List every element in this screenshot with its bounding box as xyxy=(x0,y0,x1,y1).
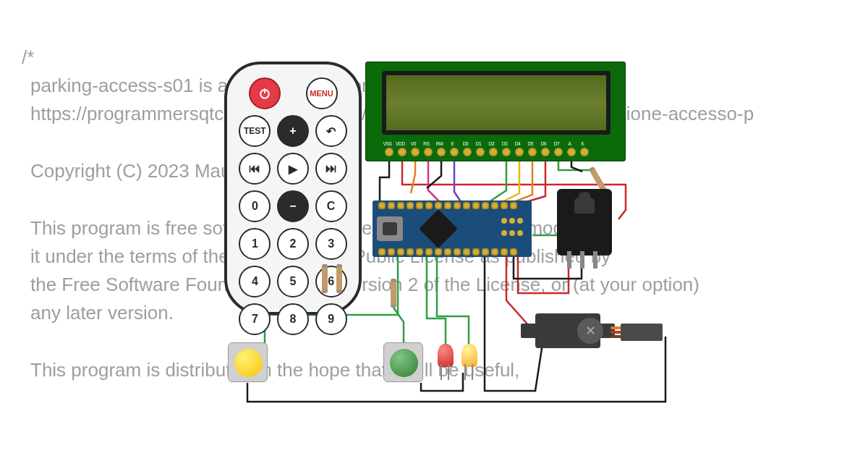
play-button[interactable]: ▶ xyxy=(277,153,309,185)
lcd-screen xyxy=(382,71,610,135)
green-push-button[interactable] xyxy=(383,342,423,382)
digit-9-button[interactable]: 9 xyxy=(315,303,347,335)
plus-button[interactable]: + xyxy=(277,115,309,147)
lcd-pins xyxy=(385,148,589,156)
lcd-16x2-display[interactable]: VSSVDDV0RSRWED0D1D2D3D4D5D6D7AK xyxy=(365,62,626,161)
digit-5-button[interactable]: 5 xyxy=(277,266,309,297)
servo-connector xyxy=(621,324,663,341)
servo-horn-icon xyxy=(577,318,603,344)
red-led[interactable] xyxy=(438,344,454,367)
zero-button[interactable]: 0 xyxy=(239,190,271,222)
digit-2-button[interactable]: 2 xyxy=(277,228,309,260)
resistor[interactable] xyxy=(322,264,328,293)
yellow-led[interactable] xyxy=(461,344,477,367)
nano-pin-header-bottom xyxy=(378,248,517,256)
next-button[interactable]: ⏭ xyxy=(315,153,347,185)
circuit-diagram[interactable]: MENU TEST + ↶ ⏮ ▶ ⏭ 0 − C 1 2 3 4 5 6 7 xyxy=(224,62,673,416)
arduino-nano[interactable] xyxy=(373,200,532,257)
prev-button[interactable]: ⏮ xyxy=(239,153,271,185)
menu-button[interactable]: MENU xyxy=(306,77,338,109)
servo-motor[interactable] xyxy=(521,313,615,354)
minus-button[interactable]: − xyxy=(277,190,309,222)
digit-4-button[interactable]: 4 xyxy=(239,266,271,297)
back-button[interactable]: ↶ xyxy=(315,115,347,147)
yellow-push-button[interactable] xyxy=(228,342,268,382)
digit-8-button[interactable]: 8 xyxy=(277,303,309,335)
resistor[interactable] xyxy=(391,279,396,308)
digit-3-button[interactable]: 3 xyxy=(315,228,347,260)
nano-pin-header-top xyxy=(378,202,517,209)
resistor[interactable] xyxy=(336,264,342,293)
mcu-chip-icon xyxy=(419,209,458,248)
digit-1-button[interactable]: 1 xyxy=(239,228,271,260)
ir-receiver-module[interactable] xyxy=(557,189,612,256)
usb-port-icon xyxy=(377,216,403,241)
icsp-header xyxy=(501,218,523,240)
digit-6-button[interactable]: 6 xyxy=(315,266,347,297)
c-button[interactable]: C xyxy=(315,190,347,222)
ir-module-pins xyxy=(567,251,597,269)
ir-sensor-icon xyxy=(574,198,595,214)
test-button[interactable]: TEST xyxy=(239,115,271,147)
digit-7-button[interactable]: 7 xyxy=(239,303,271,335)
power-button[interactable] xyxy=(249,77,281,109)
lcd-pin-labels: VSSVDDV0RSRWED0D1D2D3D4D5D6D7AK xyxy=(382,141,588,146)
